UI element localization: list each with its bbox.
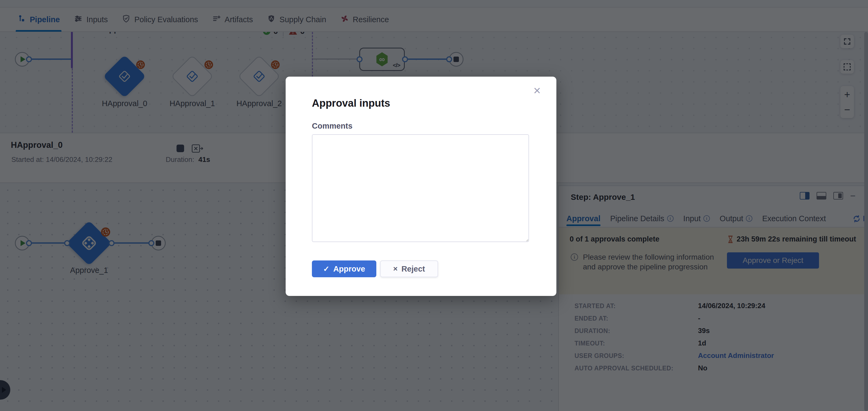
modal-title: Approval inputs bbox=[312, 97, 390, 109]
approve-button[interactable]: ✓ Approve bbox=[312, 260, 376, 277]
x-icon: × bbox=[393, 264, 398, 273]
approve-label: Approve bbox=[333, 264, 365, 274]
comments-label: Comments bbox=[312, 122, 352, 130]
reject-label: Reject bbox=[402, 264, 425, 274]
close-icon[interactable]: × bbox=[533, 84, 541, 97]
app-root: Pipeline Inputs Policy Evaluations Artif… bbox=[0, 0, 868, 411]
check-icon: ✓ bbox=[323, 264, 329, 274]
approval-inputs-modal: × Approval inputs Comments ✓ Approve × R… bbox=[286, 76, 556, 296]
reject-button[interactable]: × Reject bbox=[380, 260, 438, 277]
comments-input[interactable] bbox=[312, 134, 529, 242]
